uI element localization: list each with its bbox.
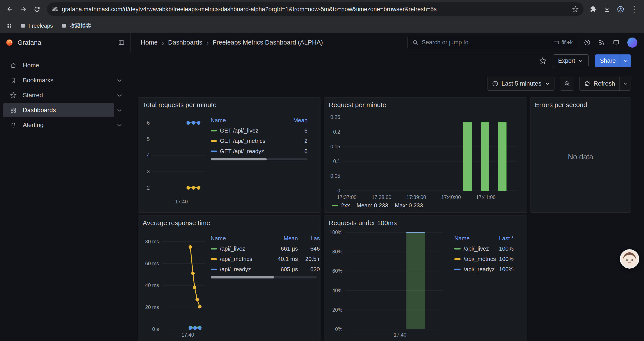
browser-menu-button[interactable]: ⋮ bbox=[628, 3, 640, 16]
favorite-dashboard-button[interactable] bbox=[539, 57, 546, 65]
panel-title[interactable]: Request per minute bbox=[324, 98, 527, 110]
bell-icon bbox=[10, 122, 17, 128]
series-name[interactable]: /api/_metrics bbox=[220, 256, 252, 262]
breadcrumb-separator: › bbox=[162, 39, 164, 46]
legend-row[interactable]: /api/_readyz 100% bbox=[454, 264, 514, 274]
bookmark-folder-freeleaps[interactable]: Freeleaps bbox=[18, 21, 56, 30]
assistant-avatar[interactable] bbox=[620, 249, 639, 269]
share-dropdown-button[interactable] bbox=[620, 55, 631, 67]
dashboard-actions-bar: Export Share bbox=[131, 52, 644, 69]
zoom-out-time-button[interactable] bbox=[560, 77, 574, 91]
legend-col-last[interactable]: Las bbox=[298, 235, 320, 242]
svg-text:0.1: 0.1 bbox=[333, 158, 340, 164]
legend-table: Name Mean Las /api/_livez 661 µs 646 /ap… bbox=[208, 228, 321, 341]
series-last: 620 bbox=[298, 266, 320, 273]
back-button[interactable] bbox=[4, 3, 16, 16]
legend-item-2xx[interactable]: 2xx bbox=[332, 202, 350, 209]
legend-row[interactable]: /api/_metrics 100% bbox=[454, 254, 514, 264]
chevron-down-icon[interactable] bbox=[116, 122, 123, 128]
address-bar[interactable]: grafana.mathmast.com/d/deytv4rwavabkb/fr… bbox=[47, 3, 584, 16]
bookmark-star-icon[interactable] bbox=[572, 6, 579, 13]
refresh-button[interactable]: Refresh bbox=[580, 77, 620, 90]
breadcrumb-current: Freeleaps Metrics Dashboard (ALPHA) bbox=[212, 39, 323, 46]
rss-icon[interactable] bbox=[598, 39, 605, 46]
url-text[interactable]: grafana.mathmast.com/d/deytv4rwavabkb/fr… bbox=[62, 6, 568, 13]
extensions-button[interactable] bbox=[587, 3, 600, 16]
legend-row[interactable]: GET /api/_metrics 2 bbox=[211, 136, 308, 146]
sidebar-item-bookmarks[interactable]: Bookmarks bbox=[0, 73, 131, 87]
series-color-swatch bbox=[211, 269, 217, 270]
series-name[interactable]: GET /api/_readyz bbox=[220, 148, 264, 155]
user-avatar[interactable] bbox=[627, 38, 638, 48]
svg-text:0.2: 0.2 bbox=[333, 129, 340, 135]
legend-row[interactable]: /api/_livez 100% bbox=[454, 244, 514, 254]
requests-under-100ms-chart[interactable]: 100%80%60%40%20%0%17:40 bbox=[326, 228, 452, 339]
panel-title[interactable]: Errors per second bbox=[530, 98, 631, 110]
monitor-icon[interactable] bbox=[613, 39, 620, 46]
avg-response-time-chart[interactable]: 80 ms60 ms40 ms20 ms0 s17:40 bbox=[140, 228, 208, 339]
series-name[interactable]: /api/_readyz bbox=[220, 266, 251, 273]
svg-text:0.25: 0.25 bbox=[330, 114, 340, 120]
legend-col-name[interactable]: Name bbox=[211, 117, 281, 124]
breadcrumb-dashboards[interactable]: Dashboards bbox=[168, 39, 202, 46]
sidebar-item-home[interactable]: Home bbox=[0, 58, 131, 72]
scrollbar-thumb[interactable] bbox=[211, 158, 267, 160]
legend-row[interactable]: /api/_livez 661 µs 646 bbox=[211, 244, 320, 254]
panel-title[interactable]: Average response time bbox=[138, 216, 321, 228]
legend-col-last[interactable]: Last * bbox=[487, 235, 514, 242]
chevron-down-icon[interactable] bbox=[116, 107, 123, 113]
series-color-swatch bbox=[211, 140, 217, 142]
bookmark-folder-blogs[interactable]: 收藏博客 bbox=[58, 21, 94, 31]
site-settings-icon[interactable] bbox=[52, 6, 58, 13]
grafana-logo-icon[interactable] bbox=[6, 39, 13, 46]
svg-text:60%: 60% bbox=[332, 268, 342, 274]
share-label: Share bbox=[600, 58, 616, 64]
sidebar-item-alerting[interactable]: Alerting bbox=[0, 118, 131, 132]
time-range-picker[interactable]: Last 5 minutes bbox=[487, 77, 555, 91]
legend-scrollbar[interactable] bbox=[211, 158, 308, 160]
legend-col-mean[interactable]: Mean bbox=[265, 235, 298, 242]
search-input[interactable]: Search or jump to... ⌘+k bbox=[408, 36, 577, 49]
svg-text:5: 5 bbox=[147, 136, 150, 142]
panel-title[interactable]: Requests under 100ms bbox=[324, 216, 527, 228]
panel-title[interactable]: Total requests per minute bbox=[138, 98, 321, 110]
legend-row[interactable]: /api/_metrics 40.1 ms 20.5 r bbox=[211, 254, 320, 264]
dashboards-grid-icon bbox=[10, 107, 17, 113]
legend-row[interactable]: GET /api/_readyz 6 bbox=[211, 146, 308, 156]
legend-row[interactable]: /api/_readyz 605 µs 620 bbox=[211, 264, 320, 274]
svg-text:40 ms: 40 ms bbox=[145, 282, 159, 288]
scrollbar-thumb[interactable] bbox=[211, 276, 274, 278]
svg-text:17:41:00: 17:41:00 bbox=[476, 194, 496, 200]
downloads-button[interactable] bbox=[600, 3, 613, 16]
sidebar-collapse-button[interactable] bbox=[118, 39, 125, 46]
profile-button[interactable] bbox=[614, 3, 627, 16]
refresh-interval-dropdown[interactable] bbox=[620, 77, 631, 90]
legend-col-name[interactable]: Name bbox=[454, 235, 487, 242]
time-controls-bar: Last 5 minutes Refresh bbox=[131, 76, 644, 91]
chevron-down-icon[interactable] bbox=[116, 77, 123, 84]
chevron-down-icon[interactable] bbox=[116, 92, 123, 99]
keyboard-icon bbox=[554, 40, 559, 46]
search-shortcut: ⌘+k bbox=[554, 39, 573, 46]
help-icon[interactable] bbox=[584, 39, 590, 46]
breadcrumb-home[interactable]: Home bbox=[141, 39, 158, 46]
legend-scrollbar[interactable] bbox=[211, 276, 317, 278]
legend-col-name[interactable]: Name bbox=[211, 235, 265, 242]
export-button[interactable]: Export bbox=[553, 55, 588, 67]
forward-button[interactable] bbox=[17, 3, 30, 16]
legend-col-mean[interactable]: Mean bbox=[281, 117, 308, 124]
series-name[interactable]: GET /api/_livez bbox=[220, 127, 258, 134]
request-per-minute-chart[interactable]: 0.250.20.150.10.05017:37:0017:38:0017:39… bbox=[326, 110, 523, 202]
total-requests-chart[interactable]: 6543217:40 bbox=[140, 110, 208, 206]
series-name[interactable]: /api/_livez bbox=[464, 245, 489, 252]
reload-button[interactable] bbox=[31, 3, 44, 16]
series-name[interactable]: /api/_livez bbox=[220, 245, 245, 252]
sidebar-item-starred[interactable]: Starred bbox=[0, 88, 131, 102]
sidebar-item-dashboards[interactable]: Dashboards bbox=[0, 103, 131, 117]
series-name[interactable]: GET /api/_metrics bbox=[220, 138, 266, 144]
legend-row[interactable]: GET /api/_livez 6 bbox=[211, 126, 308, 136]
chevron-down-icon bbox=[544, 81, 550, 87]
share-button[interactable]: Share bbox=[595, 55, 620, 67]
sidebar-nav: Home Bookmarks Starred bbox=[0, 52, 131, 341]
apps-grid-button[interactable] bbox=[4, 21, 14, 31]
